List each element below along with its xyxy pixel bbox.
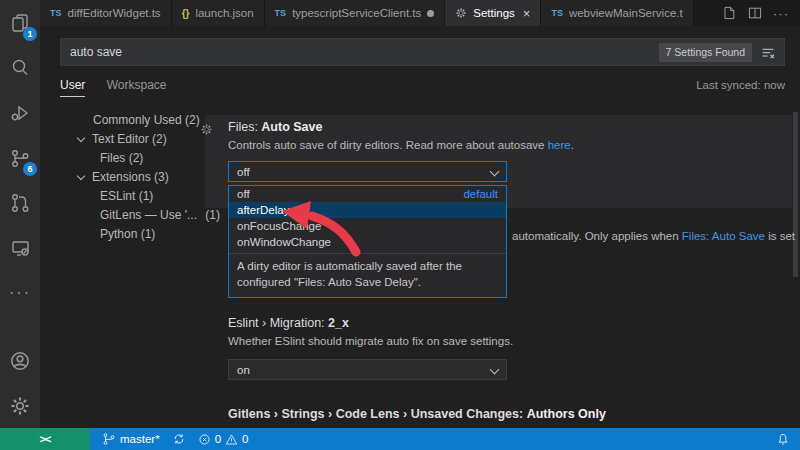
settings-toc: Commonly Used (2) Text Editor (2) Files … bbox=[60, 111, 220, 244]
tab-bar: TS diffEditorWidget.ts {} launch.json TS… bbox=[40, 0, 800, 26]
tab-diffeditorwidget[interactable]: TS diffEditorWidget.ts bbox=[40, 0, 172, 26]
option-onwindowchange[interactable]: onWindowChange bbox=[229, 234, 506, 250]
activity-bar: 1 6 bbox=[0, 0, 40, 428]
typescript-file-icon: TS bbox=[50, 8, 62, 18]
tab-label: Settings bbox=[473, 7, 515, 19]
tab-typescriptserviceclient[interactable]: TS typescriptServiceClient.ts bbox=[265, 0, 446, 26]
modified-dot-icon bbox=[427, 10, 434, 17]
tab-label: typescriptServiceClient.ts bbox=[292, 7, 421, 19]
autosave-delay-description-fragment: automatically. Only applies when Files: … bbox=[512, 230, 795, 242]
setting-title-gitlens-codelens: Gitlens › Strings › Code Lens › Unsaved … bbox=[228, 407, 606, 421]
json-file-icon: {} bbox=[182, 8, 190, 19]
setting-title-eslint-migration: Eslint › Migration: 2_x bbox=[228, 316, 349, 330]
explorer-icon[interactable]: 1 bbox=[0, 0, 40, 45]
settings-found-badge: 7 Settings Found bbox=[659, 43, 752, 62]
eslint-migration-select[interactable]: on bbox=[228, 359, 507, 380]
source-control-icon[interactable]: 6 bbox=[0, 135, 40, 180]
remote-explorer-icon[interactable] bbox=[0, 225, 40, 270]
option-afterdelay[interactable]: afterDelay bbox=[229, 202, 506, 218]
split-editor-icon[interactable] bbox=[744, 2, 766, 24]
toc-gitlens[interactable]: GitLens — Use '... (1) bbox=[60, 206, 220, 225]
typescript-file-icon: TS bbox=[275, 8, 287, 18]
vertical-scrollbar[interactable] bbox=[793, 112, 798, 277]
tab-workspace-settings[interactable]: Workspace bbox=[107, 78, 167, 92]
auto-save-select[interactable]: off bbox=[228, 161, 507, 182]
account-icon[interactable] bbox=[0, 338, 40, 383]
notifications-bell-icon[interactable] bbox=[776, 432, 790, 446]
default-tag: default bbox=[463, 186, 498, 202]
toc-commonly-used[interactable]: Commonly Used (2) bbox=[60, 111, 220, 130]
warnings-icon bbox=[225, 433, 238, 446]
open-settings-json-icon[interactable] bbox=[718, 2, 740, 24]
problems-item[interactable]: 0 0 bbox=[198, 433, 249, 446]
run-and-debug-icon[interactable] bbox=[0, 90, 40, 135]
remote-icon: >< bbox=[40, 433, 51, 445]
errors-count: 0 bbox=[215, 433, 221, 445]
files-auto-save-link[interactable]: Files: Auto Save bbox=[682, 230, 765, 242]
search-icon[interactable] bbox=[0, 45, 40, 90]
option-detail-text: A dirty editor is automatically saved af… bbox=[229, 253, 506, 297]
sync-icon bbox=[172, 432, 186, 446]
setting-description: Controls auto save of dirty editors. Rea… bbox=[228, 139, 574, 151]
setting-title-files-auto-save: Files: Auto Save bbox=[228, 120, 322, 134]
chevron-down-icon bbox=[490, 167, 500, 177]
git-branch-item[interactable]: master* bbox=[102, 432, 160, 446]
errors-icon bbox=[198, 433, 211, 446]
toc-eslint[interactable]: ESLint (1) bbox=[60, 187, 220, 206]
toc-extensions[interactable]: Extensions (3) bbox=[60, 168, 220, 187]
tab-label: webviewMainService.t bbox=[569, 7, 683, 19]
branch-name: master* bbox=[120, 433, 160, 445]
last-synced-label: Last synced: now bbox=[696, 79, 785, 91]
more-views-icon[interactable]: ··· bbox=[0, 270, 40, 315]
settings-editor: 7 Settings Found User Workspace Last syn… bbox=[40, 26, 800, 428]
warnings-count: 0 bbox=[242, 433, 248, 445]
toc-files[interactable]: Files (2) bbox=[60, 149, 220, 168]
option-onfocuschange[interactable]: onFocusChange bbox=[229, 218, 506, 234]
settings-scope-row: User Workspace Last synced: now bbox=[60, 78, 785, 100]
remote-indicator[interactable]: >< bbox=[0, 428, 90, 450]
source-control-badge: 6 bbox=[23, 162, 37, 176]
manage-gear-icon[interactable] bbox=[0, 383, 40, 428]
auto-save-dropdown: off default afterDelay onFocusChange onW… bbox=[228, 185, 507, 298]
tabbar-actions: ··· bbox=[718, 0, 800, 26]
tab-label: diffEditorWidget.ts bbox=[68, 7, 161, 19]
status-bar: >< master* 0 bbox=[0, 428, 800, 450]
tab-label: launch.json bbox=[195, 7, 253, 19]
autosave-here-link[interactable]: here bbox=[548, 139, 571, 151]
chevron-down-icon bbox=[490, 365, 500, 375]
toc-text-editor[interactable]: Text Editor (2) bbox=[60, 130, 220, 149]
explorer-badge: 1 bbox=[23, 27, 37, 41]
toc-python[interactable]: Python (1) bbox=[60, 225, 220, 244]
option-off[interactable]: off default bbox=[229, 186, 506, 202]
sync-item[interactable] bbox=[172, 432, 186, 446]
tab-webviewmainservice[interactable]: TS webviewMainService.t bbox=[541, 0, 693, 26]
close-tab-icon[interactable]: × bbox=[523, 6, 531, 21]
typescript-file-icon: TS bbox=[551, 8, 563, 18]
more-actions-icon[interactable]: ··· bbox=[770, 2, 792, 24]
tab-user-settings[interactable]: User bbox=[60, 78, 85, 97]
pull-request-icon[interactable] bbox=[0, 180, 40, 225]
eslint-description: Whether ESlint should migrate auto fix o… bbox=[228, 335, 513, 347]
clear-search-filters-icon[interactable] bbox=[758, 43, 778, 63]
settings-search-box: 7 Settings Found bbox=[60, 38, 785, 66]
setting-gear-icon[interactable] bbox=[200, 122, 213, 140]
git-branch-icon bbox=[102, 432, 116, 446]
tab-launch-json[interactable]: {} launch.json bbox=[172, 0, 265, 26]
vscode-window: 1 6 bbox=[0, 0, 800, 450]
tab-settings[interactable]: Settings × bbox=[445, 0, 541, 26]
settings-tab-icon bbox=[455, 7, 467, 19]
